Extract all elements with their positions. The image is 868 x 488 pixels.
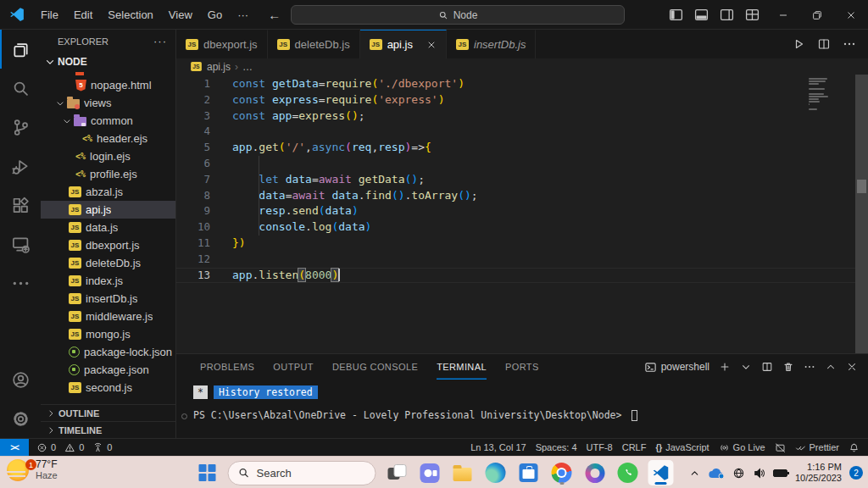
panel-tab-ports[interactable]: PORTS: [505, 354, 539, 380]
taskbar-app-file-explorer[interactable]: [450, 460, 476, 485]
taskbar-app-teams[interactable]: [417, 460, 442, 485]
code-line-1[interactable]: 1const getData=require('./dbexport'): [176, 76, 868, 92]
tab-dbexport.js[interactable]: JSdbexport.js: [176, 30, 268, 58]
taskbar-search[interactable]: Search: [228, 461, 376, 485]
new-terminal-button[interactable]: [719, 361, 731, 373]
editor-scrollbar[interactable]: [855, 75, 868, 353]
activitybar-accounts[interactable]: [0, 360, 41, 399]
status-encoding[interactable]: UTF-8: [587, 442, 613, 452]
tree-item-package.json[interactable]: package.json: [41, 361, 175, 379]
menu-view[interactable]: View: [161, 0, 200, 29]
tree-item-nopage.html[interactable]: 5nopage.html: [41, 76, 175, 94]
battery-icon[interactable]: [773, 469, 787, 477]
tree-item-profile.ejs[interactable]: <%profile.ejs: [41, 165, 175, 183]
activitybar-explorer[interactable]: [0, 30, 41, 69]
taskbar-app-whatsapp[interactable]: [615, 460, 641, 485]
more-terminal-actions-button[interactable]: [804, 361, 815, 373]
status-indentation[interactable]: Spaces: 4: [536, 442, 577, 452]
folder-root-node[interactable]: NODE: [41, 53, 175, 71]
activitybar-run-and-debug[interactable]: [0, 147, 41, 186]
breadcrumb[interactable]: JS api.js › …: [176, 58, 868, 75]
back-arrow-icon[interactable]: ←: [268, 8, 281, 22]
tab-deleteDb.js[interactable]: JSdeleteDb.js: [268, 30, 360, 58]
restore-button[interactable]: [800, 0, 834, 30]
status-forwarded-ports[interactable]: 0: [92, 442, 112, 453]
close-panel-button[interactable]: [846, 361, 858, 373]
status-notifications[interactable]: [849, 442, 860, 453]
taskbar-app-office[interactable]: [582, 460, 608, 485]
section-outline[interactable]: OUTLINE: [41, 404, 175, 421]
volume-icon[interactable]: [753, 467, 765, 480]
activitybar-remote-explorer[interactable]: [0, 225, 41, 263]
command-decoration-icon[interactable]: [181, 413, 187, 419]
command-center-search[interactable]: Node: [291, 5, 625, 25]
toggle-primary-sidebar-icon[interactable]: [669, 8, 683, 22]
activitybar-search[interactable]: [0, 69, 41, 108]
tree-item-index.js[interactable]: JSindex.js: [41, 272, 175, 290]
status-go-live[interactable]: Go Live: [719, 442, 765, 453]
clock[interactable]: 1:16 PM 10/25/2023: [795, 462, 842, 484]
menu-edit[interactable]: Edit: [66, 0, 100, 29]
more-actions-button[interactable]: [843, 37, 856, 51]
split-terminal-button[interactable]: [761, 361, 773, 373]
taskbar-app-microsoft-store[interactable]: [516, 460, 542, 485]
tree-item-login.ejs[interactable]: <%login.ejs: [41, 147, 175, 165]
tree-item-dbexport.js[interactable]: JSdbexport.js: [41, 236, 175, 254]
menu-selection[interactable]: Selection: [100, 0, 160, 29]
tree-item-second.js[interactable]: JSsecond.js: [41, 379, 175, 396]
taskbar-app-vscode[interactable]: [648, 460, 674, 485]
code-line-2[interactable]: 2const express=require('express'): [176, 92, 868, 108]
tree-item-insertDb.js[interactable]: JSinsertDb.js: [41, 290, 175, 308]
toggle-panel-icon[interactable]: [694, 8, 709, 22]
code-line-9[interactable]: 9 resp.send(data): [176, 203, 868, 219]
code-line-5[interactable]: 5app.get('/',async(req,resp)=>{: [176, 140, 868, 156]
maximize-panel-button[interactable]: [825, 361, 837, 373]
taskbar-app-chrome[interactable]: [549, 460, 575, 485]
status-screencast-off[interactable]: [775, 442, 786, 453]
close-button[interactable]: [834, 0, 868, 30]
menu-file[interactable]: File: [33, 0, 66, 29]
panel-tab-output[interactable]: OUTPUT: [273, 354, 314, 380]
section-timeline[interactable]: TIMELINE: [41, 421, 175, 438]
tree-item-abzal.js[interactable]: JSabzal.js: [41, 183, 175, 201]
code-line-11[interactable]: 11}): [176, 236, 868, 252]
code-line-8[interactable]: 8 data=await data.find().toArray();: [176, 188, 868, 204]
menu-go[interactable]: Go: [200, 0, 230, 29]
remote-indicator[interactable]: ><: [0, 439, 29, 456]
close-tab-icon[interactable]: [426, 40, 437, 50]
status-warnings[interactable]: 0: [64, 442, 84, 453]
code-line-10[interactable]: 10 console.log(data): [176, 219, 868, 236]
status-cursor-position[interactable]: Ln 13, Col 17: [470, 442, 526, 452]
activitybar-settings[interactable]: [0, 399, 41, 438]
code-line-6[interactable]: 6: [176, 156, 868, 172]
tree-folder-views[interactable]: views: [41, 94, 175, 112]
code-editor[interactable]: 1const getData=require('./dbexport')2con…: [176, 75, 868, 353]
tab-api.js[interactable]: JSapi.js: [360, 30, 447, 58]
code-line-7[interactable]: 7 let data=await getData();: [176, 172, 868, 188]
tree-item-deleteDb.js[interactable]: JSdeleteDb.js: [41, 254, 175, 272]
activitybar-more-views[interactable]: [0, 263, 41, 302]
minimap[interactable]: [809, 78, 851, 111]
taskbar-app-start[interactable]: [195, 460, 220, 485]
network-globe-icon[interactable]: [732, 467, 745, 480]
weather-widget[interactable]: 1 77°F Haze: [7, 459, 58, 481]
panel-tab-problems[interactable]: PROBLEMS: [200, 354, 254, 380]
taskbar-app-edge[interactable]: [483, 460, 509, 485]
panel-tab-debug-console[interactable]: DEBUG CONSOLE: [332, 354, 418, 380]
explorer-actions-icon[interactable]: ···: [153, 35, 167, 47]
onedrive-icon[interactable]: [708, 467, 725, 479]
code-line-4[interactable]: 4: [176, 124, 868, 140]
activitybar-source-control[interactable]: [0, 108, 41, 147]
run-file-button[interactable]: [792, 37, 805, 51]
tree-item-mongo.js[interactable]: JSmongo.js: [41, 325, 175, 343]
kill-terminal-button[interactable]: [782, 361, 794, 373]
activitybar-extensions[interactable]: [0, 186, 41, 225]
panel-tab-terminal[interactable]: TERMINAL: [437, 354, 487, 380]
toggle-secondary-sidebar-icon[interactable]: [720, 8, 734, 22]
launch-profile-button[interactable]: [740, 361, 752, 373]
tree-item-data.js[interactable]: JSdata.js: [41, 219, 175, 236]
notification-count-badge[interactable]: 2: [849, 466, 863, 480]
terminal[interactable]: * History restored PS C:\Users\Abzal\One…: [176, 380, 868, 438]
code-line-13[interactable]: 13app.listen(8000): [176, 268, 868, 284]
taskbar-app-task-view[interactable]: [384, 460, 409, 485]
